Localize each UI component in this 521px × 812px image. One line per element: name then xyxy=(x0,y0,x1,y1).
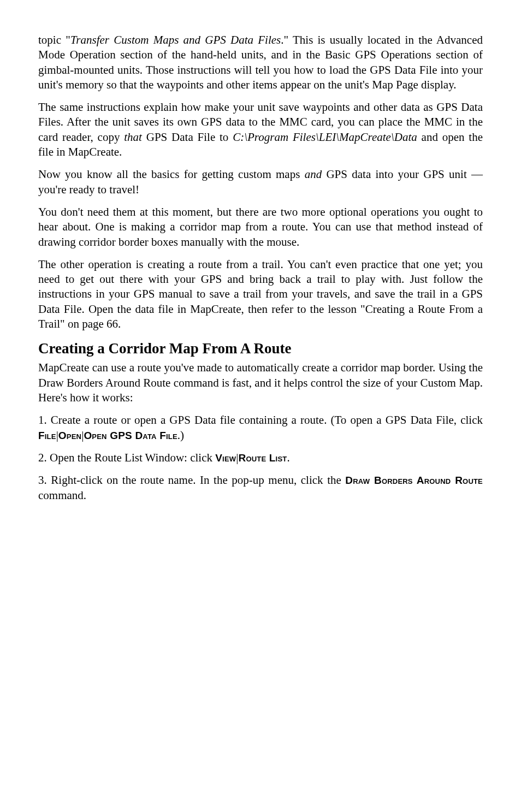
menu-view: View xyxy=(215,452,236,464)
paragraph-1: topic "Transfer Custom Maps and GPS Data… xyxy=(38,33,483,92)
step-1: 1. Create a route or open a GPS Data fil… xyxy=(38,413,483,443)
paragraph-6: MapCreate can use a route you've made to… xyxy=(38,360,483,405)
text: Now you know all the basics for getting … xyxy=(38,168,305,181)
text: 1. Create a route or open a GPS Data fil… xyxy=(38,413,483,426)
italic-path: C:\Program Files\LEI\MapCreate\Data xyxy=(233,131,417,144)
menu-open-gps-data-file: Open GPS Data File xyxy=(84,430,177,441)
menu-open: Open xyxy=(58,430,81,441)
step-2: 2. Open the Route List Window: click Vie… xyxy=(38,451,483,465)
menu-file: File xyxy=(38,430,56,441)
text: topic " xyxy=(38,33,70,46)
text: . xyxy=(287,451,289,464)
text: GPS Data File to xyxy=(142,131,233,144)
text: command. xyxy=(38,489,86,502)
paragraph-4: You don't need them at this moment, but … xyxy=(38,205,483,250)
italic-text: that xyxy=(124,131,142,144)
paragraph-5: The other operation is creating a route … xyxy=(38,257,483,331)
paragraph-3: Now you know all the basics for getting … xyxy=(38,167,483,197)
text: 3. Right-click on the route name. In the… xyxy=(38,473,345,487)
text: .) xyxy=(177,429,184,442)
menu-route-list: Route List xyxy=(238,452,287,464)
section-heading: Creating a Corridor Map From A Route xyxy=(38,339,483,358)
italic-text: and xyxy=(305,168,322,181)
step-3: 3. Right-click on the route name. In the… xyxy=(38,473,483,503)
paragraph-2: The same instructions explain how make y… xyxy=(38,100,483,159)
menu-draw-borders-around-route: Draw Borders Around Route xyxy=(345,475,483,486)
text: 2. Open the Route List Window: click xyxy=(38,451,215,464)
italic-text: Transfer Custom Maps and GPS Data Files xyxy=(70,33,281,46)
